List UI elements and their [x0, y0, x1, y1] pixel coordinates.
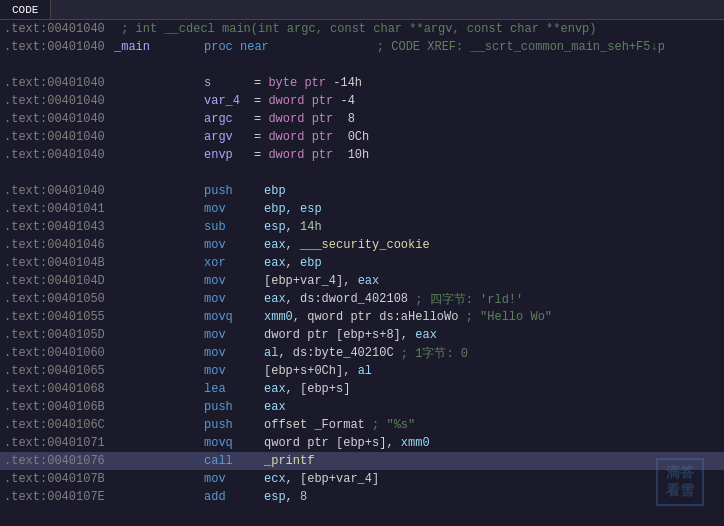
mnemonic: mov	[204, 202, 264, 216]
addr: .text:00401050	[4, 292, 114, 306]
comment: ; "Hello Wo"	[458, 310, 552, 324]
addr: .text:00401040	[4, 76, 114, 90]
mnemonic: mov	[204, 472, 264, 486]
code-line: .text:0040106C push offset _Format ; "%s…	[0, 416, 724, 434]
comment: ; 四字节: 'rld!'	[408, 291, 523, 308]
addr: .text:0040105D	[4, 328, 114, 342]
var-def: = dword ptr 8	[254, 112, 355, 126]
code-line: .text:00401046 mov eax, ___security_cook…	[0, 236, 724, 254]
operands: offset _Format	[264, 418, 365, 432]
mnemonic: xor	[204, 256, 264, 270]
addr: .text:0040106B	[4, 400, 114, 414]
operands: xmm0, qword ptr ds:aHelloWo	[264, 310, 458, 324]
operands: esp, 14h	[264, 220, 322, 234]
addr: .text:00401071	[4, 436, 114, 450]
addr: .text:0040107E	[4, 490, 114, 504]
code-line	[0, 164, 724, 182]
var-name: s	[204, 76, 254, 90]
code-line: .text:00401041 mov ebp, esp	[0, 200, 724, 218]
var-name: argc	[204, 112, 254, 126]
operands: ebp	[264, 184, 286, 198]
mnemonic: mov	[204, 346, 264, 360]
code-line: .text:00401040 ; int __cdecl main(int ar…	[0, 20, 724, 38]
mnemonic: push	[204, 418, 264, 432]
operands: eax	[264, 400, 286, 414]
mnemonic: mov	[204, 292, 264, 306]
mnemonic: sub	[204, 220, 264, 234]
code-line: .text:0040104B xor eax, ebp	[0, 254, 724, 272]
addr: .text:00401040	[4, 40, 114, 54]
mnemonic: mov	[204, 364, 264, 378]
operands: eax, [ebp+s]	[264, 382, 350, 396]
addr: .text:00401043	[4, 220, 114, 234]
addr: .text:00401040	[4, 22, 114, 36]
operands: al, ds:byte_40210C	[264, 346, 394, 360]
var-def: = dword ptr 10h	[254, 148, 369, 162]
mnemonic: add	[204, 490, 264, 504]
mnemonic: push	[204, 184, 264, 198]
code-line: .text:00401071 movq qword ptr [ebp+s], x…	[0, 434, 724, 452]
operands: qword ptr [ebp+s], xmm0	[264, 436, 430, 450]
code-line: .text:00401068 lea eax, [ebp+s]	[0, 380, 724, 398]
mnemonic: proc near	[204, 40, 269, 54]
code-line: .text:00401040 s = byte ptr -14h	[0, 74, 724, 92]
addr: .text:00401046	[4, 238, 114, 252]
code-line: .text:00401065 mov [ebp+s+0Ch], al	[0, 362, 724, 380]
addr: .text:0040104D	[4, 274, 114, 288]
mnemonic: call	[204, 454, 264, 468]
label: _main	[114, 40, 204, 54]
code-line: .text:0040107E add esp, 8	[0, 488, 724, 504]
code-line: .text:00401040 _main proc near ; CODE XR…	[0, 38, 724, 56]
code-line-highlighted: .text:00401076 call _printf	[0, 452, 724, 470]
comment: ; 1字节: 0	[394, 345, 468, 362]
operands: ebp, esp	[264, 202, 322, 216]
operands: eax, ebp	[264, 256, 322, 270]
var-name: var_4	[204, 94, 254, 108]
operands: _printf	[264, 454, 314, 468]
mnemonic: push	[204, 400, 264, 414]
code-view: CODE .text:00401040 ; int __cdecl main(i…	[0, 0, 724, 526]
code-line: .text:00401040 var_4 = dword ptr -4	[0, 92, 724, 110]
tab-code[interactable]: CODE	[0, 0, 51, 19]
addr: .text:00401068	[4, 382, 114, 396]
addr: .text:00401041	[4, 202, 114, 216]
addr: .text:00401065	[4, 364, 114, 378]
code-line: .text:0040107B mov ecx, [ebp+var_4]	[0, 470, 724, 488]
code-line: .text:00401040 push ebp	[0, 182, 724, 200]
var-def: = dword ptr -4	[254, 94, 355, 108]
mnemonic: movq	[204, 436, 264, 450]
addr: .text:00401040	[4, 184, 114, 198]
code-line: .text:00401040 envp = dword ptr 10h	[0, 146, 724, 164]
comment: ; "%s"	[365, 418, 415, 432]
var-name: envp	[204, 148, 254, 162]
addr: .text:00401055	[4, 310, 114, 324]
mnemonic: mov	[204, 328, 264, 342]
addr: .text:0040107B	[4, 472, 114, 486]
code-line: .text:00401055 movq xmm0, qword ptr ds:a…	[0, 308, 724, 326]
addr: .text:00401040	[4, 112, 114, 126]
code-line: .text:0040105D mov dword ptr [ebp+s+8], …	[0, 326, 724, 344]
code-line: .text:00401040 argc = dword ptr 8	[0, 110, 724, 128]
addr: .text:0040106C	[4, 418, 114, 432]
operands: esp, 8	[264, 490, 307, 504]
code-line: .text:0040106B push eax	[0, 398, 724, 416]
mnemonic: mov	[204, 238, 264, 252]
code-line: .text:00401043 sub esp, 14h	[0, 218, 724, 236]
addr: .text:00401060	[4, 346, 114, 360]
code-content: .text:00401040 ; int __cdecl main(int ar…	[0, 20, 724, 504]
operands: [ebp+s+0Ch], al	[264, 364, 372, 378]
tab-code-label: CODE	[12, 4, 38, 16]
operands: eax, ds:dword_402108	[264, 292, 408, 306]
operands: [ebp+var_4], eax	[264, 274, 379, 288]
comment: ; CODE XREF: __scrt_common_main_seh+F5↓p	[269, 40, 665, 54]
var-def: = byte ptr -14h	[254, 76, 362, 90]
mnemonic: mov	[204, 274, 264, 288]
operands: eax, ___security_cookie	[264, 238, 430, 252]
code-line: .text:0040104D mov [ebp+var_4], eax	[0, 272, 724, 290]
addr: .text:00401040	[4, 148, 114, 162]
var-def: = dword ptr 0Ch	[254, 130, 369, 144]
comment-line: ; int __cdecl main(int argc, const char …	[114, 22, 596, 36]
operands: ecx, [ebp+var_4]	[264, 472, 379, 486]
addr: .text:00401076	[4, 454, 114, 468]
code-line: .text:00401050 mov eax, ds:dword_402108 …	[0, 290, 724, 308]
